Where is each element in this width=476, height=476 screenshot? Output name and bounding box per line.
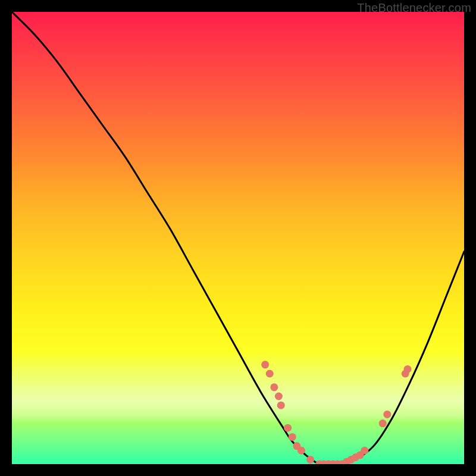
chart-frame	[12, 12, 464, 464]
watermark-text: TheBottlenecker.com	[357, 1, 471, 15]
gradient-background	[12, 12, 464, 464]
